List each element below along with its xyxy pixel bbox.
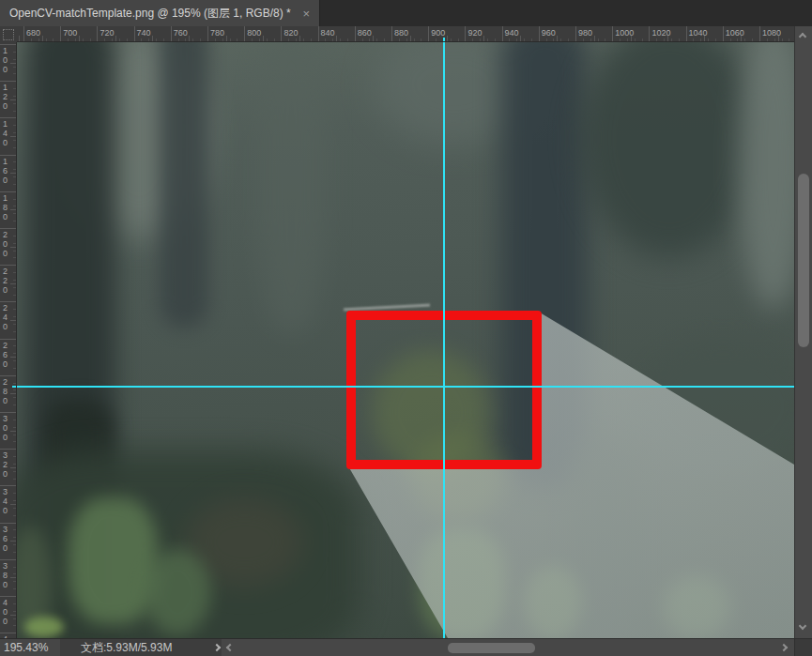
ruler-label: 1040 xyxy=(689,28,708,38)
ruler-label: 960 xyxy=(542,28,556,38)
ruler-tick xyxy=(502,26,503,41)
ruler-tick xyxy=(759,26,760,41)
document-tab-bar: OpenCV-matchTemplate.png @ 195% (图层 1, R… xyxy=(0,0,812,26)
ruler-label: 1080 xyxy=(762,28,781,38)
ruler-tick xyxy=(428,26,429,41)
document-tab[interactable]: OpenCV-matchTemplate.png @ 195% (图层 1, R… xyxy=(0,0,320,26)
ruler-label: 240 xyxy=(3,303,9,331)
scrollbar-corner xyxy=(794,638,812,656)
ruler-label: 700 xyxy=(63,28,77,38)
ruler-label: 820 xyxy=(283,28,298,38)
ruler-label: 1020 xyxy=(651,28,670,38)
ruler-tick xyxy=(0,633,16,633)
photo-fern xyxy=(24,617,64,637)
photo-blob xyxy=(256,42,327,333)
ruler-tick xyxy=(207,26,208,41)
ruler-tick xyxy=(575,26,576,41)
document-size-info: 文档:5.93M/5.93M xyxy=(81,639,172,656)
ruler-tick xyxy=(0,155,16,156)
ruler-label: 380 xyxy=(3,561,9,589)
horizontal-scrollbar-thumb[interactable] xyxy=(448,643,535,653)
zoom-level-field[interactable]: 195.43% xyxy=(0,639,60,656)
horizontal-scrollbar[interactable] xyxy=(222,639,794,656)
ruler-tick xyxy=(391,26,392,41)
ruler-tick xyxy=(244,26,245,41)
scroll-up-icon[interactable] xyxy=(799,33,806,40)
ruler-label: 800 xyxy=(247,28,261,38)
ruler-tick xyxy=(0,412,16,413)
chevron-right-icon xyxy=(213,644,221,651)
ruler-label: 780 xyxy=(210,28,224,38)
status-bar: 195.43% 文档:5.93M/5.93M xyxy=(0,638,812,656)
guide-marker-icon xyxy=(443,38,445,41)
ruler-origin-corner[interactable] xyxy=(0,26,17,42)
ruler-tick xyxy=(281,26,282,41)
ruler-tick xyxy=(723,26,724,41)
status-options-button[interactable] xyxy=(205,640,223,656)
ruler-label: 680 xyxy=(26,28,40,38)
ruler-label: 740 xyxy=(137,28,151,38)
ruler-label: 220 xyxy=(3,267,9,295)
canvas-viewport[interactable] xyxy=(17,42,794,638)
ruler-label: 260 xyxy=(3,341,9,369)
horizontal-guide[interactable] xyxy=(17,386,794,388)
guide-marker-icon xyxy=(12,386,16,388)
ruler-label: 940 xyxy=(505,28,519,38)
photo-fern xyxy=(144,549,211,635)
ruler-label: 200 xyxy=(3,230,9,258)
ruler-tick xyxy=(0,339,16,340)
ruler-tick xyxy=(0,228,16,229)
vertical-scrollbar-thumb[interactable] xyxy=(798,174,809,347)
close-tab-icon[interactable]: × xyxy=(302,7,310,21)
ruler-tick xyxy=(0,559,16,560)
ruler-tick xyxy=(97,26,98,41)
ruler-label: 920 xyxy=(467,28,482,38)
ruler-tick xyxy=(649,26,650,41)
ruler-label: 860 xyxy=(358,28,372,38)
ruler-label: 360 xyxy=(3,525,9,553)
ruler-label: 300 xyxy=(3,414,9,442)
ruler-tick xyxy=(0,523,16,524)
ruler-tick xyxy=(318,26,319,41)
ruler-horizontal[interactable]: 6807007207407607808008208408608809009209… xyxy=(17,26,794,42)
ruler-label: 720 xyxy=(100,28,114,38)
ruler-label: 1000 xyxy=(615,28,634,38)
photo-tree-trunk xyxy=(160,42,208,328)
vertical-guide[interactable] xyxy=(443,42,445,638)
ruler-label: 320 xyxy=(3,450,9,479)
scroll-left-icon[interactable] xyxy=(226,644,234,651)
ruler-label: 340 xyxy=(3,487,9,515)
ruler-label: 280 xyxy=(3,377,9,405)
ruler-tick xyxy=(539,26,540,41)
ruler-label: 760 xyxy=(174,28,188,38)
ruler-tick xyxy=(0,449,16,450)
ruler-tick xyxy=(23,26,24,41)
ruler-tick xyxy=(134,26,135,41)
ruler-label: 900 xyxy=(431,28,445,38)
ruler-label: 1060 xyxy=(726,28,744,38)
scroll-right-icon[interactable] xyxy=(780,644,788,651)
ruler-tick xyxy=(171,26,172,41)
ruler-tick xyxy=(0,301,16,302)
ruler-label: 840 xyxy=(321,28,335,38)
ruler-tick xyxy=(0,191,16,192)
ruler-tick xyxy=(0,81,16,82)
ruler-tick xyxy=(60,26,61,41)
ruler-tick xyxy=(686,26,687,41)
ruler-tick xyxy=(465,26,466,41)
scroll-down-icon[interactable] xyxy=(799,622,806,630)
ruler-label: 980 xyxy=(578,28,592,38)
document-tab-title: OpenCV-matchTemplate.png @ 195% (图层 1, R… xyxy=(9,6,295,22)
ruler-tick xyxy=(0,117,16,118)
photoshop-window: OpenCV-matchTemplate.png @ 195% (图层 1, R… xyxy=(0,0,812,656)
ruler-label: 180 xyxy=(3,193,9,221)
vertical-scrollbar[interactable] xyxy=(794,26,812,638)
ruler-tick xyxy=(0,375,16,376)
ruler-vertical[interactable]: 1001201401601802002202402602803003203403… xyxy=(0,42,17,638)
ruler-tick xyxy=(0,596,16,597)
ruler-tick xyxy=(0,485,16,486)
ruler-label: 100 xyxy=(3,46,9,74)
ruler-tick xyxy=(612,26,613,41)
ruler-label: 120 xyxy=(3,83,9,111)
ruler-tick xyxy=(355,26,356,41)
